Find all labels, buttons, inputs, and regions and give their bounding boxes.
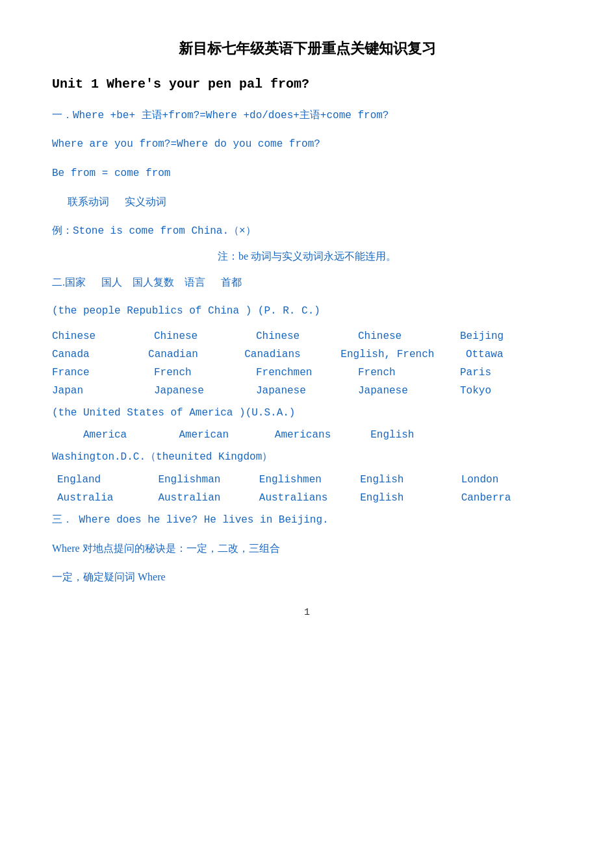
cell-5-4: English	[370, 429, 466, 441]
page-title: 新目标七年级英语下册重点关键知识复习	[52, 39, 562, 58]
table-row: Chinese Chinese Chinese Chinese Beijing	[52, 330, 562, 342]
cell-3-4: French	[358, 367, 460, 378]
cell-2-1: Canada	[52, 349, 148, 360]
cell-1-2: Chinese	[154, 330, 256, 342]
note-line: 注：be 动词与实义动词永远不能连用。	[52, 250, 562, 264]
line-3-3: 一定，确定疑问词 Where	[52, 567, 562, 587]
line-3-2: Where 对地点提问的秘诀是：一定，二改，三组合	[52, 539, 562, 558]
cell-6-4: English	[360, 474, 461, 486]
cell-4-3: Japanese	[256, 385, 358, 397]
cell-6-3: Englishmen	[259, 474, 360, 486]
cell-2-5: Ottawa	[466, 349, 562, 360]
line-1-1: 一．Where +be+ 主语+from?=Where +do/does+主语+…	[52, 106, 562, 125]
cell-5-3: Americans	[275, 429, 370, 441]
cell-1-4: Chinese	[358, 330, 460, 342]
cell-7-5: Canberra	[461, 492, 562, 504]
cell-5-2: American	[179, 429, 274, 441]
table-row: England Englishman Englishmen English Lo…	[52, 474, 562, 486]
table-row: Canada Canadian Canadians English, Frenc…	[52, 349, 562, 360]
cell-6-5: London	[461, 474, 562, 486]
cell-7-3: Australians	[259, 492, 360, 504]
cell-3-3: Frenchmen	[256, 367, 358, 378]
table-row: America American Americans English	[52, 429, 562, 441]
cell-6-2: Englishman	[158, 474, 259, 486]
table-row: Japan Japanese Japanese Japanese Tokyo	[52, 385, 562, 397]
cell-7-2: Australian	[158, 492, 259, 504]
page-number: 1	[52, 607, 562, 618]
cell-7-4: English	[360, 492, 461, 504]
cell-7-1: Australia	[57, 492, 158, 504]
section-2-sub: (the people Republics of China ) (P. R. …	[52, 301, 562, 321]
unit-title: Unit 1 Where's your pen pal from?	[52, 77, 562, 92]
section-3: 三． Where does he live? He lives in Beiji…	[52, 510, 562, 588]
line-1-2: Where are you from?=Where do you come fr…	[52, 134, 562, 154]
line-1-4: 联系动词 实义动词	[52, 192, 562, 212]
cell-1-1: Chinese	[52, 330, 154, 342]
cell-2-4: English, French	[340, 349, 466, 360]
cell-3-1: France	[52, 367, 154, 378]
cell-5-1: America	[83, 429, 179, 441]
cell-4-2: Japanese	[154, 385, 256, 397]
line-3-1: 三． Where does he live? He lives in Beiji…	[52, 510, 562, 530]
table-row: Australia Australian Australians English…	[52, 492, 562, 504]
cell-1-3: Chinese	[256, 330, 358, 342]
table-section: Chinese Chinese Chinese Chinese Beijing …	[52, 330, 562, 504]
cell-2-2: Canadian	[148, 349, 244, 360]
cell-4-1: Japan	[52, 385, 154, 397]
cell-1-5: Beijing	[460, 330, 562, 342]
cell-6-1: England	[57, 474, 158, 486]
cell-4-4: Japanese	[358, 385, 460, 397]
cell-2-3: Canadians	[244, 349, 340, 360]
cell-5-5	[467, 429, 562, 441]
cell-3-5: Paris	[460, 367, 562, 378]
line-1-5: 例：Stone is come from China.（×）	[52, 221, 562, 241]
uk-line: Washington.D.C.（theunited Kingdom）	[52, 447, 562, 467]
table-row: France French Frenchmen French Paris	[52, 367, 562, 378]
line-1-3: Be from = come from	[52, 164, 562, 183]
cell-3-2: French	[154, 367, 256, 378]
section-2-header: 二.国家 国人 国人复数 语言 首都	[52, 273, 562, 292]
usa-line: (the United States of America )(U.S.A.)	[52, 403, 562, 423]
section-1: 一．Where +be+ 主语+from?=Where +do/does+主语+…	[52, 106, 562, 264]
cell-4-5: Tokyo	[460, 385, 562, 397]
